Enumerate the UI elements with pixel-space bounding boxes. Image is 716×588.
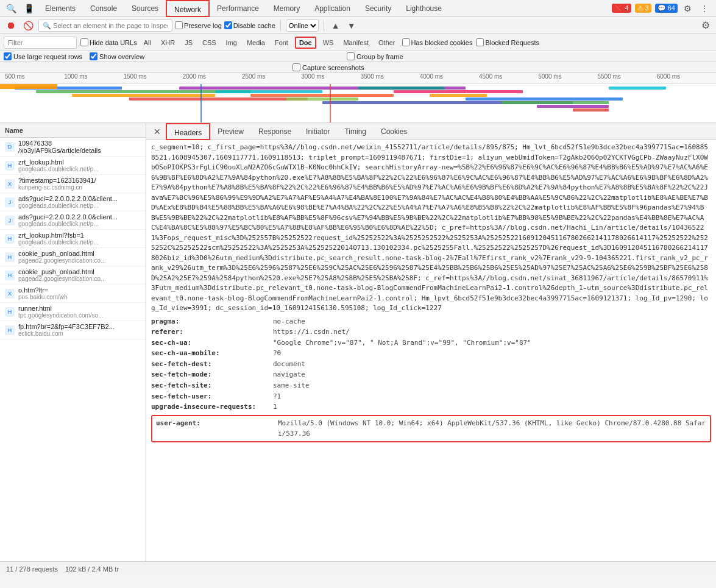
more-button[interactable]: ⋮ xyxy=(698,2,711,15)
list-item[interactable]: H runner.html tpc.googlesyndication.com/… xyxy=(0,303,146,321)
orange-bar xyxy=(0,84,57,89)
header-sec-fetch-site: sec-fetch-site: same-site xyxy=(151,380,711,391)
filter-img[interactable]: Img xyxy=(223,38,240,48)
filter-doc[interactable]: Doc xyxy=(295,37,316,49)
settings-button[interactable]: ⚙ xyxy=(681,2,694,15)
filter-other[interactable]: Other xyxy=(375,38,399,48)
filter-row: Hide data URLs All XHR JS CSS Img Media … xyxy=(0,34,716,51)
tab-memory[interactable]: Memory xyxy=(266,0,307,17)
filter-all[interactable]: All xyxy=(141,38,154,48)
show-overview-label[interactable]: Show overview xyxy=(90,52,144,60)
header-sec-fetch-mode: sec-fetch-mode: navigate xyxy=(151,369,711,380)
devtools-tab-bar: 🔍 📱 Elements Console Sources Network Per… xyxy=(0,0,716,17)
download-button[interactable]: ▼ xyxy=(345,19,358,32)
tab-security[interactable]: Security xyxy=(358,0,399,17)
filter-xhr[interactable]: XHR xyxy=(158,38,178,48)
has-blocked-label[interactable]: Has blocked cookies xyxy=(402,38,473,46)
throttle-select[interactable]: Online xyxy=(286,19,319,32)
net-bar-7 xyxy=(250,94,394,97)
net-bar-3 xyxy=(72,94,215,97)
list-item[interactable]: D 109476338 /xo3ylAF9kGs/article/details xyxy=(0,138,146,157)
request-name-3: ads?guci=2.2.0.0.2.2.0.0&client... googl… xyxy=(18,195,118,209)
request-icon-4: J xyxy=(5,216,15,225)
dom-loaded-line xyxy=(200,84,202,123)
detail-tab-response[interactable]: Response xyxy=(251,123,299,140)
request-name-4: ads?guci=2.2.0.0.2.2.0.0&client... googl… xyxy=(18,213,118,227)
group-by-frame-checkbox[interactable] xyxy=(347,52,355,60)
list-item[interactable]: H zrt_lookup.html googleads.doubleclick.… xyxy=(0,157,146,175)
use-large-rows-label[interactable]: Use large request rows xyxy=(4,52,82,60)
disable-cache-label[interactable]: Disable cache xyxy=(224,21,275,29)
blocked-requests-checkbox[interactable] xyxy=(476,38,484,46)
hide-data-urls-checkbox[interactable] xyxy=(80,38,88,46)
detail-content: c_segment=10; c_first_page=https%3A//blo… xyxy=(146,140,716,561)
status-bar: 11 / 278 requests 102 kB / 2.4 MB tr xyxy=(0,561,716,576)
tab-elements[interactable]: Elements xyxy=(38,0,83,17)
device-icon[interactable]: 📱 xyxy=(20,4,38,13)
filter-css[interactable]: CSS xyxy=(199,38,219,48)
waterfall-ruler: 500 ms 1000 ms 1500 ms 2000 ms 2500 ms 3… xyxy=(0,73,716,84)
waterfall-area: 500 ms 1000 ms 1500 ms 2000 ms 2500 ms 3… xyxy=(0,73,716,123)
disable-cache-checkbox[interactable] xyxy=(224,21,232,29)
inspect-icon[interactable]: 🔍 xyxy=(2,4,20,13)
filter-ws[interactable]: WS xyxy=(320,38,337,48)
header-sec-ch-ua-mobile: sec-ch-ua-mobile: ?0 xyxy=(151,348,711,359)
request-name-10: fp.htm?br=2&fp=4F3C3EF7B2... eclick.baid… xyxy=(18,323,115,337)
has-blocked-checkbox[interactable] xyxy=(402,38,410,46)
filter-media[interactable]: Media xyxy=(244,38,268,48)
capture-screenshots-checkbox[interactable] xyxy=(292,63,300,71)
capture-screenshots-label[interactable]: Capture screenshots xyxy=(292,63,364,71)
preserve-log-label[interactable]: Preserve log xyxy=(175,21,222,29)
left-panel: Name D 109476338 /xo3ylAF9kGs/article/de… xyxy=(0,123,146,561)
detail-tab-initiator[interactable]: Initiator xyxy=(299,123,337,140)
request-name-6: cookie_push_onload.html pagead2.googlesy… xyxy=(18,250,105,264)
clear-button[interactable]: 🚫 xyxy=(21,19,36,32)
filter-manifest[interactable]: Manifest xyxy=(340,38,372,48)
settings-icon-btn[interactable]: ⚙ xyxy=(699,18,712,32)
filter-js[interactable]: JS xyxy=(182,38,196,48)
list-item[interactable]: J ads?guci=2.2.0.0.2.2.0.0&client... goo… xyxy=(0,193,146,211)
detail-tab-cookies[interactable]: Cookies xyxy=(374,123,414,140)
net-bar-6 xyxy=(215,90,322,93)
request-icon-10: H xyxy=(5,325,15,335)
show-overview-checkbox[interactable] xyxy=(90,52,97,60)
list-item[interactable]: X ?timestamp=1623163941/ kunpeng-sc.csdn… xyxy=(0,175,146,193)
detail-tab-headers[interactable]: Headers xyxy=(166,123,210,140)
detail-tab-preview[interactable]: Preview xyxy=(210,123,251,140)
close-detail-button[interactable]: ✕ xyxy=(149,127,166,136)
preserve-log-checkbox[interactable] xyxy=(175,21,183,29)
options-row-2: Capture screenshots xyxy=(0,62,716,73)
tab-lighthouse[interactable]: Lighthouse xyxy=(399,0,449,17)
filter-font[interactable]: Font xyxy=(272,38,291,48)
tab-application[interactable]: Application xyxy=(307,0,358,17)
tab-sources[interactable]: Sources xyxy=(124,0,166,17)
hide-data-urls-label[interactable]: Hide data URLs xyxy=(80,38,137,46)
list-item[interactable]: H cookie_push_onload.html pagead2.google… xyxy=(0,248,146,266)
record-button[interactable]: ⏺ xyxy=(4,19,18,32)
request-name-0: 109476338 /xo3ylAF9kGs/article/details xyxy=(18,140,101,154)
request-name-2: ?timestamp=1623163941/ kunpeng-sc.csdnim… xyxy=(18,177,96,191)
list-item[interactable]: X o.htm?ltr= pos.baidu.com/wh xyxy=(0,285,146,303)
request-name-9: runner.html tpc.googlesyndication.com/so… xyxy=(18,305,104,319)
group-by-frame-label[interactable]: Group by frame xyxy=(347,52,403,60)
request-icon-6: H xyxy=(5,252,15,262)
request-list[interactable]: D 109476338 /xo3ylAF9kGs/article/details… xyxy=(0,138,146,561)
ruler-mark-0: 500 ms xyxy=(5,73,64,83)
use-large-rows-checkbox[interactable] xyxy=(4,52,12,60)
filter-input[interactable] xyxy=(4,37,77,49)
list-item[interactable]: H cookie_push_onload.html pagead2.google… xyxy=(0,266,146,285)
options-row-1: Use large request rows Show overview Gro… xyxy=(0,51,716,62)
list-item[interactable]: H zrt_lookup.html?fsb=1 googleads.double… xyxy=(0,230,146,248)
upload-button[interactable]: ▲ xyxy=(329,19,342,32)
list-item[interactable]: J ads?guci=2.2.0.0.2.2.0.0&client... goo… xyxy=(0,211,146,230)
search-input[interactable] xyxy=(38,19,172,32)
tab-console[interactable]: Console xyxy=(83,0,124,17)
transfer-size: 102 kB / 2.4 MB tr xyxy=(65,565,119,573)
net-bar-13 xyxy=(466,97,623,101)
detail-tab-timing[interactable]: Timing xyxy=(337,123,374,140)
tab-network[interactable]: Network xyxy=(166,0,210,17)
header-sec-fetch-dest: sec-fetch-dest: document xyxy=(151,359,711,370)
tab-performance[interactable]: Performance xyxy=(210,0,266,17)
list-item[interactable]: H fp.htm?br=2&fp=4F3C3EF7B2... eclick.ba… xyxy=(0,321,146,339)
blocked-requests-label[interactable]: Blocked Requests xyxy=(476,38,539,46)
